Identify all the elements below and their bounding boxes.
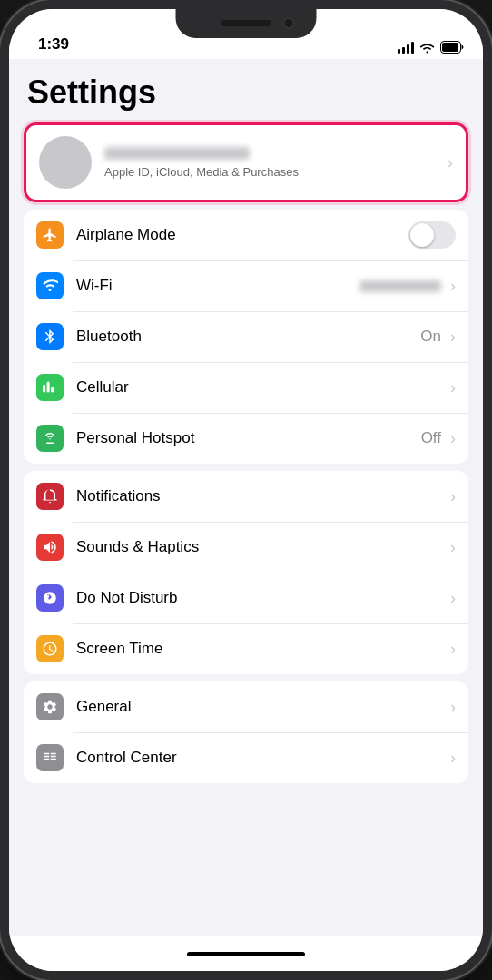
row-airplane-mode[interactable]: Airplane Mode — [24, 210, 468, 260]
bluetooth-value: On — [420, 328, 441, 346]
home-bar — [187, 952, 305, 956]
notch — [176, 9, 317, 38]
status-time: 1:39 — [38, 35, 69, 54]
avatar — [39, 136, 92, 189]
status-bar: 1:39 — [9, 9, 483, 59]
row-notifications[interactable]: Notifications › — [24, 471, 468, 522]
general-group: General › Control Center › — [24, 681, 468, 783]
hotspot-label: Personal Hotspot — [76, 429, 421, 447]
notifications-group: Notifications › Sounds & Haptics › — [24, 471, 468, 674]
wifi-settings-icon — [36, 272, 64, 299]
bluetooth-chevron: › — [450, 328, 456, 347]
notifications-label: Notifications — [76, 487, 445, 505]
general-chevron: › — [450, 698, 456, 717]
screentime-label: Screen Time — [76, 640, 445, 658]
connectivity-group: Airplane Mode Wi-Fi › — [24, 210, 468, 464]
cellular-icon — [36, 374, 64, 401]
screentime-chevron: › — [450, 640, 456, 659]
signal-icon — [398, 41, 414, 54]
notifications-icon — [36, 483, 64, 510]
cellular-chevron: › — [450, 378, 456, 397]
bluetooth-label: Bluetooth — [76, 328, 420, 346]
hotspot-icon — [36, 425, 64, 452]
row-bluetooth[interactable]: Bluetooth On › — [24, 311, 468, 362]
row-cellular[interactable]: Cellular › — [24, 362, 468, 413]
apple-id-section: Apple ID, iCloud, Media & Purchases › — [9, 122, 483, 202]
settings-content[interactable]: Settings Apple ID, iCloud, Media & Purch… — [9, 59, 483, 936]
control-center-chevron: › — [450, 749, 456, 768]
home-indicator-bar — [9, 936, 483, 971]
bluetooth-icon — [36, 323, 64, 350]
phone-device: 1:39 — [0, 0, 492, 980]
general-icon — [36, 693, 64, 720]
page-title: Settings — [9, 59, 483, 122]
dnd-chevron: › — [450, 589, 456, 608]
airplane-mode-icon — [36, 221, 64, 249]
wifi-chevron: › — [450, 277, 456, 296]
screentime-icon — [36, 635, 64, 662]
general-label: General — [76, 698, 445, 716]
front-camera — [282, 17, 294, 29]
sounds-icon — [36, 534, 64, 561]
toggle-knob — [410, 223, 434, 247]
hotspot-chevron: › — [450, 429, 456, 448]
row-control-center[interactable]: Control Center › — [24, 732, 468, 783]
apple-id-subtitle: Apple ID, iCloud, Media & Purchases — [104, 165, 442, 179]
notifications-chevron: › — [450, 487, 456, 506]
svg-rect-1 — [442, 43, 458, 52]
control-center-icon — [36, 744, 64, 771]
row-wifi[interactable]: Wi-Fi › — [24, 260, 468, 311]
wifi-value-blurred — [359, 280, 441, 292]
control-center-label: Control Center — [76, 749, 445, 767]
apple-id-chevron: › — [448, 153, 453, 172]
dnd-icon — [36, 584, 64, 612]
row-general[interactable]: General › — [24, 681, 468, 732]
airplane-mode-label: Airplane Mode — [76, 226, 408, 244]
battery-icon — [440, 41, 465, 54]
row-dnd[interactable]: Do Not Disturb › — [24, 573, 468, 623]
airplane-mode-toggle[interactable] — [408, 221, 456, 249]
wifi-label: Wi-Fi — [76, 277, 359, 295]
wifi-icon — [419, 42, 435, 54]
row-screentime[interactable]: Screen Time › — [24, 623, 468, 674]
dnd-label: Do Not Disturb — [76, 589, 445, 607]
sounds-chevron: › — [450, 538, 456, 557]
row-sounds[interactable]: Sounds & Haptics › — [24, 522, 468, 573]
apple-id-info: Apple ID, iCloud, Media & Purchases — [104, 147, 442, 179]
hotspot-value: Off — [421, 429, 441, 447]
status-icons — [398, 41, 465, 54]
row-hotspot[interactable]: Personal Hotspot Off › — [24, 413, 468, 464]
speaker — [221, 20, 271, 26]
phone-screen: 1:39 — [9, 9, 483, 971]
apple-id-row[interactable]: Apple ID, iCloud, Media & Purchases › — [24, 122, 468, 202]
apple-id-name-blurred — [104, 147, 250, 160]
sounds-label: Sounds & Haptics — [76, 538, 445, 556]
cellular-label: Cellular — [76, 378, 445, 397]
